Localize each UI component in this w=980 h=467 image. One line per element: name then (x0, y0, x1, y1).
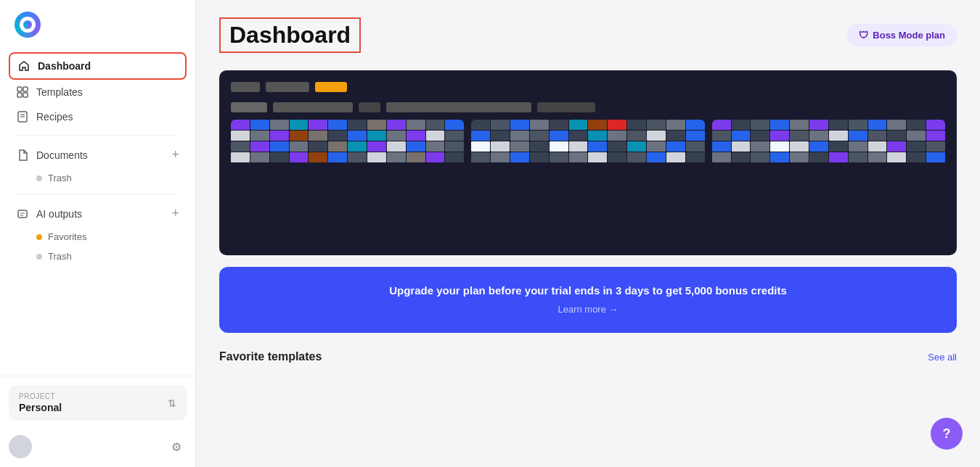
svg-rect-0 (17, 87, 22, 91)
preview-grid-cards (231, 120, 945, 244)
book-icon (16, 110, 29, 123)
app-logo[interactable] (15, 12, 41, 38)
divider-2 (17, 194, 178, 194)
preview-bar-6 (386, 102, 531, 112)
preview-bar-1 (231, 82, 260, 92)
upgrade-banner: Upgrade your plan before your trial ends… (219, 267, 957, 333)
svg-rect-2 (17, 93, 22, 97)
sidebar-navigation: Dashboard Templates (0, 49, 195, 376)
templates-label: Templates (36, 86, 83, 98)
sidebar-footer: ⚙ (0, 429, 195, 467)
yellow-dot-icon (36, 234, 42, 240)
home-icon (17, 59, 30, 73)
pixel-block-1 (231, 120, 464, 162)
svg-rect-3 (23, 93, 28, 97)
preview-card-2 (471, 120, 704, 244)
sidebar-item-documents[interactable]: Documents + (9, 141, 187, 168)
dashboard-label: Dashboard (38, 60, 91, 72)
divider-1 (17, 135, 178, 136)
learn-more-link[interactable]: Learn more → (558, 304, 618, 315)
sidebar-item-ai-outputs[interactable]: AI outputs + (9, 200, 187, 227)
sidebar-item-dashboard[interactable]: Dashboard (9, 52, 187, 80)
preview-row-2 (231, 102, 945, 112)
upgrade-text: Upgrade your plan before your trial ends… (242, 284, 934, 297)
preview-bar-4 (273, 102, 353, 112)
main-content: Dashboard 🛡 Boss Mode plan (196, 0, 980, 467)
sidebar-item-ai-favorites[interactable]: Favorites (9, 227, 187, 247)
ai-trash-label: Trash (48, 251, 72, 262)
doc-trash-label: Trash (48, 173, 72, 183)
sidebar-bottom: PROJECT Personal ⇅ (0, 376, 195, 429)
grid-icon (16, 86, 29, 99)
svg-rect-7 (18, 210, 27, 218)
documents-label: Documents (36, 149, 88, 161)
preview-top-bar (231, 82, 945, 92)
main-header: Dashboard 🛡 Boss Mode plan (219, 17, 957, 53)
dashboard-preview-image (219, 70, 957, 255)
documents-add-button[interactable]: + (171, 147, 179, 162)
dot-icon (36, 175, 42, 181)
sidebar-item-doc-trash[interactable]: Trash (9, 168, 187, 188)
chevron-updown-icon: ⇅ (168, 397, 176, 409)
preview-bar-2 (266, 82, 309, 92)
dot-icon-2 (36, 254, 42, 260)
favorite-templates-header: Favorite templates See all (219, 350, 957, 363)
see-all-link[interactable]: See all (928, 352, 957, 363)
project-selector[interactable]: PROJECT Personal ⇅ (9, 385, 187, 421)
ai-outputs-add-button[interactable]: + (171, 206, 179, 221)
ai-outputs-label: AI outputs (36, 208, 82, 220)
preview-card-3 (712, 120, 945, 244)
sidebar-item-templates[interactable]: Templates (9, 80, 187, 104)
avatar[interactable] (9, 435, 32, 458)
logo-area (0, 0, 195, 49)
boss-mode-button[interactable]: 🛡 Boss Mode plan (847, 24, 957, 46)
ai-favorites-label: Favorites (48, 231, 86, 242)
document-icon (16, 149, 29, 162)
help-button[interactable]: ? (931, 418, 963, 450)
preview-bar-yellow (315, 82, 347, 92)
boss-mode-label: Boss Mode plan (873, 30, 945, 41)
sidebar-item-recipes[interactable]: Recipes (9, 104, 187, 129)
project-name-text: Personal (19, 402, 62, 413)
page-title: Dashboard (219, 17, 361, 53)
svg-rect-1 (23, 87, 28, 91)
sidebar-item-ai-trash[interactable]: Trash (9, 247, 187, 266)
ai-icon (16, 207, 29, 220)
project-label-text: PROJECT (19, 392, 62, 400)
recipes-label: Recipes (36, 111, 73, 123)
settings-gear-icon[interactable]: ⚙ (166, 437, 187, 457)
preview-card-1 (231, 120, 464, 244)
pixel-block-3 (712, 120, 945, 162)
sidebar: Dashboard Templates (0, 0, 196, 467)
pixel-block-2 (471, 120, 704, 162)
preview-bar-3 (231, 102, 267, 112)
shield-icon: 🛡 (859, 30, 868, 41)
preview-bar-7 (537, 102, 595, 112)
preview-bar-5 (359, 102, 380, 112)
project-info: PROJECT Personal (19, 392, 62, 413)
favorite-templates-title: Favorite templates (219, 350, 322, 363)
